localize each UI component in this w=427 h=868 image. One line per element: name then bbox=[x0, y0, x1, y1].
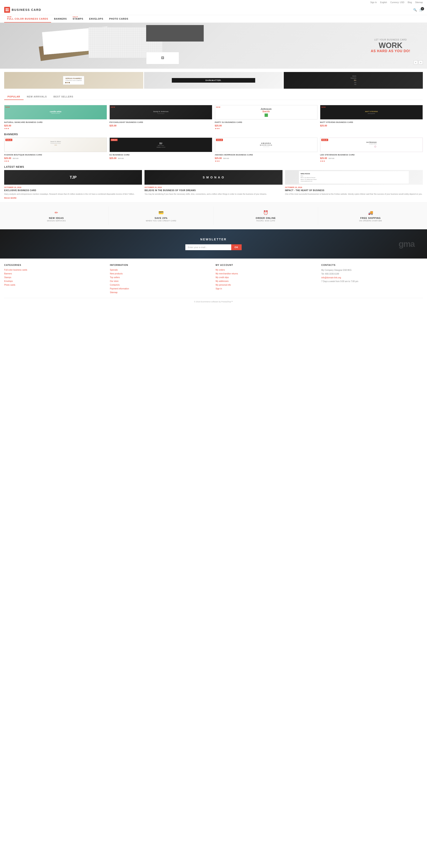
footer-information-links: Specials New products Top sellers Our st… bbox=[110, 268, 211, 294]
product-image-natural[interactable]: NEW camille white natural skincare bbox=[4, 105, 107, 120]
footer-my-account: MY ACCOUNT My orders My merchandise retu… bbox=[216, 264, 317, 294]
product-price-3: $25.00 bbox=[215, 124, 318, 127]
nav-tag-new: NEW bbox=[7, 16, 12, 18]
newsletter-submit-button[interactable]: OK bbox=[231, 244, 242, 250]
banner-dj: SALE DJ Matt Green DJ BUSINESS CARD $25.… bbox=[109, 137, 212, 162]
tab-popular[interactable]: POPULAR bbox=[4, 94, 24, 100]
featured-item-1[interactable]: SERGIO RAMIREZ CONSTRUCTION COMPANY bbox=[4, 72, 143, 89]
nav-stamps[interactable]: SALE STAMPS bbox=[70, 15, 86, 23]
footer-link-stamps[interactable]: Stamps bbox=[4, 276, 11, 279]
product-price-2: $25.00 bbox=[109, 124, 212, 127]
logo-text: BUSINESS CARD bbox=[12, 8, 41, 11]
news-date-1: OCTOBER 15, 2016 bbox=[4, 186, 142, 188]
blog-link[interactable]: Blog bbox=[407, 1, 412, 4]
badge-sale-3: SALE bbox=[216, 139, 223, 141]
nav-tag-sale: SALE bbox=[73, 16, 78, 18]
footer-link-addresses[interactable]: My addresses bbox=[216, 280, 229, 282]
feature-free-shipping: 🚚 FREE SHIPPING ON ORDERS OVER $99 bbox=[318, 207, 423, 225]
main-header: BUSINESS CARD 🔍 🛒 0 bbox=[0, 5, 427, 15]
news-image-1[interactable]: TJP bbox=[4, 170, 142, 185]
product-image-psychologist[interactable]: NEW Sandy N. Anderson Psychologist bbox=[109, 105, 212, 120]
banner-image-fashion[interactable]: SALE Sarah M. Allison FASHION BOUTIQUE ✿… bbox=[4, 137, 107, 152]
sign-in-link[interactable]: Sign In bbox=[370, 1, 377, 4]
footer-link-credit-slips[interactable]: My credit slips bbox=[216, 276, 229, 279]
hero-section: LET YOUR BUSINESS CARD WORK AS HARD AS Y… bbox=[0, 23, 427, 69]
currency-selector[interactable]: Currency: USD bbox=[390, 1, 404, 4]
product-tabs: POPULAR NEW ARRIVALS BEST SELLERS bbox=[4, 94, 423, 100]
badge-new-3: NEW bbox=[216, 106, 221, 108]
nav-full-color[interactable]: NEW FULL COLOR BUSINESS CARDS bbox=[4, 15, 51, 23]
news-visual-1: TJP bbox=[70, 175, 76, 180]
footer-link-photo-cards[interactable]: Photo cards bbox=[4, 284, 15, 286]
product-image-party[interactable]: NEW Johnson Smith bbox=[215, 105, 318, 120]
footer-link-sign-in[interactable]: Sign in bbox=[216, 287, 222, 290]
footer-link-personal-info[interactable]: My personal info bbox=[216, 284, 231, 286]
product-name-2: PSYCHOLOGIST BUSINESS CARD bbox=[109, 121, 212, 123]
hero-navigation: ‹ › bbox=[414, 60, 423, 64]
hero-title: WORK bbox=[371, 42, 410, 49]
tab-best-sellers[interactable]: BEST SELLERS bbox=[50, 94, 77, 100]
news-section: LATEST NEWS TJP OCTOBER 15, 2016 EXCLUSI… bbox=[0, 162, 427, 203]
tab-new-arrivals[interactable]: NEW ARRIVALS bbox=[24, 94, 50, 100]
footer-information-title: INFORMATION bbox=[110, 264, 211, 266]
banner-fashion-boutique: SALE Sarah M. Allison FASHION BOUTIQUE ✿… bbox=[4, 137, 107, 162]
sitemap-link[interactable]: Sitemap bbox=[415, 1, 423, 4]
banner-image-dj[interactable]: SALE DJ Matt Green bbox=[109, 137, 212, 152]
product-name-3: PARTY DJ BUSINESS CARD bbox=[215, 121, 318, 123]
news-item-2: S M O N A O OCTOBER 15, 2016 BELIEVE IN … bbox=[144, 170, 282, 199]
svg-rect-0 bbox=[6, 8, 7, 9]
footer-link-orders[interactable]: My orders bbox=[216, 269, 225, 271]
footer-link-envelops[interactable]: Envelops bbox=[4, 280, 13, 282]
banner-price-1: $25.00 $37.00 bbox=[4, 157, 107, 160]
featured-item-3[interactable]: BAAS TAMARA BA RS GA bbox=[284, 72, 423, 89]
news-image-3[interactable]: NINA ROOS Nina Block 710 Hillcrest Avenu… bbox=[285, 170, 423, 185]
news-text-1: Many analysts and entrepreneurs mention … bbox=[4, 193, 142, 196]
banner-name-3: AMANDA MORRISON BUSINESS CARD bbox=[215, 154, 318, 156]
badge-sale-4: SALE bbox=[321, 139, 328, 141]
nav-photo-cards[interactable]: PHOTO CARDS bbox=[106, 15, 131, 23]
footer-email[interactable]: info@domain-link.org bbox=[321, 276, 423, 280]
news-image-2[interactable]: S M O N A O bbox=[144, 170, 282, 185]
footer-link-new-products[interactable]: New products bbox=[110, 273, 123, 275]
feature-title-1: NEW IDEAS bbox=[6, 217, 107, 219]
nav-envelops[interactable]: ENVELOPS bbox=[86, 15, 106, 23]
banner-stars-1: ★★★ bbox=[4, 160, 107, 162]
search-button[interactable]: 🔍 bbox=[413, 8, 417, 11]
footer-link-sitemap[interactable]: Sitemap bbox=[110, 291, 118, 293]
hero-prev-button[interactable]: ‹ bbox=[414, 60, 418, 64]
badge-new-1: NEW bbox=[5, 106, 10, 108]
footer-link-payment[interactable]: Payment information bbox=[110, 287, 129, 290]
footer-link-contact[interactable]: ContactUs bbox=[110, 284, 120, 286]
footer-link-specials[interactable]: Specials bbox=[110, 269, 118, 271]
footer: CATEGORIES Full-color business cards Ban… bbox=[0, 258, 427, 308]
footer-link-returns[interactable]: My merchandise returns bbox=[216, 273, 238, 275]
hero-next-button[interactable]: › bbox=[419, 60, 423, 64]
footer-link-top-sellers[interactable]: Top sellers bbox=[110, 276, 120, 279]
banner-image-amanda[interactable]: SALE AMANDA MORRISON bbox=[215, 137, 318, 152]
bc-dj-visual: DJ Matt Green bbox=[110, 138, 212, 152]
nav-banners[interactable]: BANNERS bbox=[51, 15, 70, 23]
hero-visual bbox=[4, 23, 239, 69]
footer-link-full-color[interactable]: Full-color business cards bbox=[4, 269, 27, 271]
news-title-1: EXCLUSIVE BUSINESS CARD bbox=[4, 189, 142, 191]
badge-new-4: NEW bbox=[321, 106, 326, 108]
banner-image-lee[interactable]: SALE Lee Stevenson Company Name ✿ bbox=[320, 137, 423, 152]
logo-icon[interactable] bbox=[4, 7, 10, 13]
badge-new-2: NEW bbox=[111, 106, 115, 108]
feature-desc-1: DESIGN SERVICES bbox=[6, 220, 107, 222]
featured-item-2[interactable]: DARKMATTER. bbox=[144, 72, 283, 89]
cart-button[interactable]: 🛒 0 bbox=[419, 8, 423, 11]
news-visual-2: S M O N A O bbox=[203, 176, 224, 179]
newsletter-email-input[interactable] bbox=[185, 244, 231, 250]
banner-stars-4: ★★★ bbox=[320, 160, 423, 162]
product-image-matt[interactable]: NEW MATT STEVENS photographer bbox=[320, 105, 423, 120]
feature-desc-2: WHEN YOU USE CREDIT CARD bbox=[110, 220, 211, 222]
product-stars-3: ★★★ bbox=[215, 127, 318, 130]
footer-link-our-store[interactable]: Our store bbox=[110, 280, 119, 282]
product-natural-skincare: NEW camille white natural skincare NATUR… bbox=[4, 105, 107, 130]
footer-link-banners[interactable]: Banners bbox=[4, 273, 12, 275]
footer-categories-title: CATEGORIES bbox=[4, 264, 106, 266]
read-more-1[interactable]: READ MORE bbox=[4, 197, 142, 199]
english-selector[interactable]: English bbox=[380, 1, 387, 4]
banners-grid: SALE Sarah M. Allison FASHION BOUTIQUE ✿… bbox=[0, 137, 427, 162]
